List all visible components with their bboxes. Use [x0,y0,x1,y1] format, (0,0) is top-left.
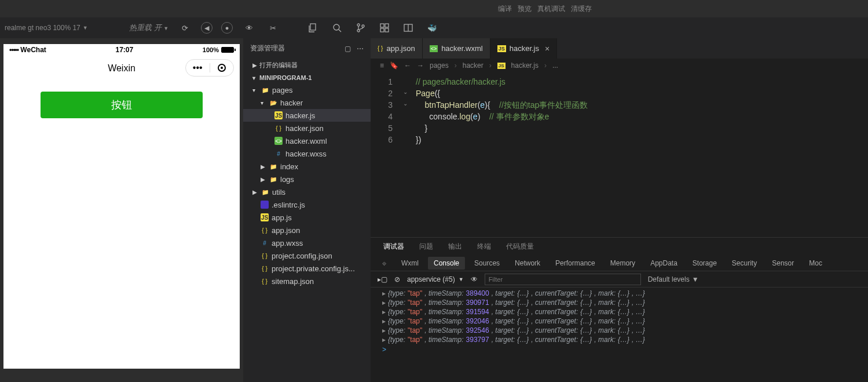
log-line[interactable]: ▸{type: "tap", timeStamp: 392546, target… [371,326,868,335]
file-hacker-json[interactable]: { }hacker.json [243,122,371,134]
nav-bar: Weixin ••• [3,56,240,81]
page-title: Weixin [108,63,135,74]
file-eslint[interactable]: .eslintrc.js [243,198,371,211]
menu-bar: 编译 预览 真机调试 清缓存 [0,0,868,17]
explorer-title: 资源管理器 [250,43,285,53]
file-sitemap[interactable]: { }sitemap.json [243,275,371,288]
file-tree: ▾📁pages ▾📂hacker JShacker.js { }hacker.j… [243,83,371,382]
nav-fwd-icon[interactable]: → [417,61,424,70]
log-line[interactable]: ▸{type: "tap", timeStamp: 390971, target… [371,298,868,307]
bookmark-icon[interactable]: 🔖 [390,61,398,70]
devtab-mock[interactable]: Moc [809,259,822,267]
context-select[interactable]: appservice (#5) ▼ [407,275,464,283]
close-icon[interactable]: × [545,44,550,53]
svg-point-4 [362,25,364,27]
svg-point-1 [334,24,339,30]
console-output[interactable]: ▸{type: "tap", timeStamp: 389400, target… [371,288,868,382]
devtab-appdata[interactable]: AppData [650,259,677,267]
panel-tab-debugger[interactable]: 调试器 [382,242,405,252]
tab-hacker-js[interactable]: JShacker.js× [490,38,558,59]
home-icon[interactable]: ● [221,22,233,34]
open-editors-section[interactable]: ▶打开的编辑器 [243,59,371,72]
simulator-panel: ••••• WeChat 17:07 100% Weixin ••• 按钮 [0,38,243,382]
devtab-network[interactable]: Network [515,259,540,267]
svg-rect-5 [380,24,384,27]
tab-hacker-wxml[interactable]: <>hacker.wxml [423,38,490,59]
capsule-more-icon[interactable]: ••• [186,63,210,73]
extensions-icon[interactable] [377,20,392,35]
capsule-close-icon[interactable] [210,64,234,72]
branch-icon[interactable] [353,20,368,35]
folder-utils[interactable]: ▶📁utils [243,185,371,198]
back-icon[interactable]: ◀ [201,22,213,34]
editor-tabs: { }app.json <>hacker.wxml JShacker.js× [371,38,868,59]
devtab-wxml[interactable]: Wxml [401,259,419,267]
svg-rect-0 [310,24,316,30]
panel-tab-problems[interactable]: 问题 [418,242,434,252]
demo-button[interactable]: 按钮 [41,92,203,118]
more-icon[interactable]: ⋯ [357,45,364,53]
file-app-json[interactable]: { }app.json [243,224,371,237]
devtab-console[interactable]: Console [428,257,465,270]
files-icon[interactable] [306,20,321,35]
project-section[interactable]: ▾MINIPROGRAM-1 [243,72,371,83]
clear-console-icon[interactable]: ⊘ [394,275,400,283]
list-icon[interactable]: ≡ [380,61,384,70]
breadcrumb: ≡ 🔖 ← → pages› hacker› JShacker.js› ... [371,59,868,72]
code-editor[interactable]: 123456 ⌄⌄ // pages/hacker/hacker.js Page… [371,72,868,237]
folder-logs[interactable]: ▶📁logs [243,173,371,185]
status-bar: ••••• WeChat 17:07 100% [3,44,240,56]
svg-rect-6 [380,28,384,32]
folder-pages[interactable]: ▾📁pages [243,83,371,96]
devtab-sources[interactable]: Sources [474,259,500,267]
phone-frame: ••••• WeChat 17:07 100% Weixin ••• 按钮 [3,44,240,369]
log-line[interactable]: ▸{type: "tap", timeStamp: 391594, target… [371,307,868,316]
live-expr-icon[interactable]: 👁 [471,275,478,283]
file-hacker-js[interactable]: JShacker.js [243,109,371,122]
refresh-icon[interactable]: ⟳ [177,20,192,35]
debug-panel: 调试器 问题 输出 终端 代码质量 ⟐ Wxml Console Sources… [371,237,868,382]
layout-icon[interactable] [401,20,416,35]
inspect-icon[interactable]: ⟐ [382,259,386,267]
svg-point-2 [357,24,360,26]
clock: 17:07 [115,46,133,54]
svg-rect-7 [385,28,389,32]
explorer: 资源管理器 ▢⋯ ▶打开的编辑器 ▾MINIPROGRAM-1 ▾📁pages … [243,38,371,382]
toolbar: realme gt neo3 100% 17▼ 热重载 开 ▼ ⟳ ◀ ● 👁 … [0,17,868,38]
cut-icon[interactable]: ✂ [265,20,280,35]
devtab-storage[interactable]: Storage [693,259,717,267]
folder-index[interactable]: ▶📁index [243,160,371,173]
devtab-memory[interactable]: Memory [610,259,635,267]
hot-reload-toggle[interactable]: 热重载 开 ▼ [129,23,169,33]
log-line[interactable]: ▸{type: "tap", timeStamp: 392046, target… [371,316,868,326]
tab-app-json[interactable]: { }app.json [371,38,423,59]
search-icon[interactable] [329,20,345,35]
file-project-private[interactable]: { }project.private.config.js... [243,262,371,275]
folder-hacker[interactable]: ▾📂hacker [243,96,371,109]
log-levels[interactable]: Default levels ▼ [648,275,699,283]
sidebar-toggle-icon[interactable]: ▸▢ [378,275,387,283]
file-app-js[interactable]: JSapp.js [243,211,371,224]
device-select[interactable]: realme gt neo3 100% 17▼ [5,24,120,32]
log-line[interactable]: ▸{type: "tap", timeStamp: 389400, target… [371,289,868,298]
eye-icon[interactable]: 👁 [241,20,257,35]
panel-tab-terminal[interactable]: 终端 [476,242,492,252]
file-hacker-wxss[interactable]: #hacker.wxss [243,147,371,160]
svg-rect-8 [385,24,389,27]
file-project-config[interactable]: { }project.config.json [243,249,371,262]
nav-back-icon[interactable]: ← [404,61,411,70]
panel-tab-output[interactable]: 输出 [447,242,463,252]
devtab-performance[interactable]: Performance [555,259,595,267]
console-icon[interactable]: ▢ [345,45,351,53]
capsule: ••• [185,59,234,77]
devtab-security[interactable]: Security [732,259,757,267]
devtab-sensor[interactable]: Sensor [772,259,794,267]
console-filter[interactable] [485,274,641,285]
file-app-wxss[interactable]: #app.wxss [243,237,371,249]
log-line[interactable]: ▸{type: "tap", timeStamp: 393797, target… [371,335,868,344]
docker-icon[interactable]: 🐳 [424,20,440,35]
panel-tab-quality[interactable]: 代码质量 [505,242,535,252]
svg-point-3 [357,30,360,32]
file-hacker-wxml[interactable]: <>hacker.wxml [243,134,371,147]
